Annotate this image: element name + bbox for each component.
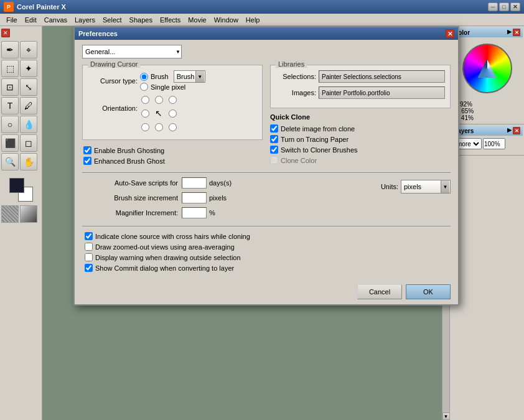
orient-mid-left (140, 108, 150, 118)
brush-radio-item: Brush Brush ▼ (140, 70, 205, 83)
orient-center: ↖ (154, 108, 164, 118)
auto-save-row: Auto-Save scripts for 1 days(s) (82, 177, 376, 189)
enable-ghosting-item: Enable Brush Ghosting (83, 146, 261, 154)
bottom-settings-area: Auto-Save scripts for 1 days(s) Brush si… (82, 177, 451, 222)
separator-1 (82, 172, 451, 174)
libraries-title: Libraries (276, 60, 307, 68)
orient-bot-right (167, 122, 177, 132)
orientation-grid: ↖ (140, 95, 180, 134)
quick-clone-title: Quick Clone (270, 113, 451, 121)
clone-color-label: Clone Color (281, 157, 317, 164)
enhanced-ghost-label: Enhanced Brush Ghost (94, 157, 165, 165)
enhanced-ghost-checkbox[interactable] (83, 157, 91, 165)
settings-inputs: Auto-Save scripts for 1 days(s) Brush si… (82, 177, 376, 222)
units-dropdown-wrapper: pixels inches cm mm points picas ▼ (401, 180, 451, 194)
switch-cloner-checkbox[interactable] (270, 146, 278, 154)
check-item-0: Indicate clone source with cross hairs w… (85, 232, 448, 240)
orient-mid-right (167, 108, 177, 118)
dialog-sections: Drawing Cursor Cursor type: Brush (82, 65, 451, 169)
check-3-checkbox[interactable] (85, 264, 93, 272)
cursor-type-label: Cursor type: (88, 77, 138, 85)
auto-save-input[interactable]: 1 (182, 177, 207, 189)
cancel-button[interactable]: Cancel (357, 284, 402, 299)
units-area: Units: pixels inches cm mm points picas … (381, 177, 451, 194)
images-row: Images: Painter Portfolio.portfolio (276, 86, 445, 99)
drawing-cursor-section: Drawing Cursor Cursor type: Brush (82, 65, 263, 140)
tracing-paper-label: Turn on Tracing Paper (281, 136, 349, 143)
brush-size-unit: pixels (207, 194, 227, 202)
tracing-paper-item: Turn on Tracing Paper (270, 135, 451, 143)
general-dropdown-container: General... ▼ (82, 45, 182, 58)
section-left: Drawing Cursor Cursor type: Brush (82, 65, 263, 169)
section-right: Libraries Selections: Painter Selections… (270, 65, 451, 169)
magnifier-unit: % (207, 209, 215, 217)
selections-input[interactable]: Painter Selections.selections (319, 70, 445, 83)
clone-color-checkbox[interactable] (270, 156, 278, 164)
tracing-paper-checkbox[interactable] (270, 135, 278, 143)
delete-image-item: Delete image from clone (270, 124, 451, 133)
enhanced-ghost-item: Enhanced Brush Ghost (83, 157, 261, 165)
orientation-section: Orientation: ↖ (88, 95, 257, 134)
dialog-close-button[interactable]: ✕ (446, 29, 454, 38)
dialog-titlebar: Preferences ✕ (75, 27, 458, 40)
images-input[interactable]: Painter Portfolio.portfolio (319, 86, 445, 99)
magnifier-row: Magnifier Increment: 25 % (82, 207, 376, 218)
brush-size-row: Brush size increment 1 pixels (82, 192, 376, 203)
selections-row: Selections: Painter Selections.selection… (276, 70, 445, 83)
selections-value: Painter Selections.selections (322, 73, 401, 80)
orient-top-right (167, 95, 177, 105)
brush-type-select[interactable]: Brush (174, 70, 205, 83)
check-item-3: Show Commit dialog when converting to la… (85, 264, 448, 272)
selections-label: Selections: (276, 73, 316, 80)
ok-button[interactable]: OK (406, 284, 451, 299)
clone-color-item: Clone Color (270, 156, 451, 164)
drawing-cursor-title: Drawing Cursor (88, 60, 140, 68)
images-label: Images: (276, 89, 316, 96)
cursor-indicator-icon: ↖ (155, 108, 162, 118)
brush-size-label: Brush size increment (82, 194, 182, 202)
orient-bot-left (140, 122, 150, 132)
libraries-section: Libraries Selections: Painter Selections… (270, 65, 451, 108)
dialog-title: Preferences (78, 30, 446, 37)
dialog-content: General... ▼ Drawing Cursor Cursor type: (75, 40, 458, 279)
dialog-buttons: Cancel OK (75, 279, 458, 304)
enable-ghosting-checkbox[interactable] (83, 146, 91, 154)
images-value: Painter Portfolio.portfolio (322, 90, 390, 96)
single-pixel-radio[interactable] (140, 83, 148, 91)
cursor-type-row: Cursor type: Brush Brush ▼ (88, 70, 257, 91)
general-dropdown[interactable]: General... (82, 45, 182, 58)
magnifier-label: Magnifier Increment: (82, 209, 182, 217)
single-pixel-radio-item: Single pixel (140, 83, 205, 91)
units-label: Units: (381, 183, 398, 190)
delete-image-label: Delete image from clone (281, 125, 355, 133)
enable-ghosting-label: Enable Brush Ghosting (94, 147, 164, 154)
checks-section: Indicate clone source with cross hairs w… (82, 232, 451, 272)
brush-radio[interactable] (140, 73, 148, 81)
orient-top-left (140, 95, 150, 105)
brush-dropdown-wrapper: Brush ▼ (174, 70, 205, 83)
magnifier-input[interactable]: 25 (182, 207, 207, 218)
units-select[interactable]: pixels inches cm mm points picas (401, 180, 451, 194)
check-item-2: Display warning when drawing outside sel… (85, 253, 448, 261)
cursor-type-controls: Brush Brush ▼ (140, 70, 205, 91)
auto-save-unit: days(s) (207, 179, 232, 187)
check-2-label: Display warning when drawing outside sel… (95, 254, 241, 261)
check-1-label: Draw zoomed-out views using area-averagi… (95, 243, 235, 251)
ghosting-section: Enable Brush Ghosting Enhanced Brush Gho… (82, 145, 263, 169)
check-item-1: Draw zoomed-out views using area-averagi… (85, 243, 448, 251)
switch-cloner-item: Switch to Cloner Brushes (270, 146, 451, 154)
delete-image-checkbox[interactable] (270, 124, 278, 133)
check-2-checkbox[interactable] (85, 253, 93, 261)
orient-top-center (154, 95, 164, 105)
general-dropdown-wrapper: General... ▼ (82, 45, 182, 58)
brush-size-input[interactable]: 1 (182, 192, 207, 203)
check-0-label: Indicate clone source with cross hairs w… (95, 233, 250, 240)
quick-clone-section: Quick Clone Delete image from clone Turn… (270, 113, 451, 164)
check-0-checkbox[interactable] (85, 232, 93, 240)
dialog-overlay: Preferences ✕ General... ▼ Drawin (0, 0, 524, 420)
orient-bot-center (154, 122, 164, 132)
check-1-checkbox[interactable] (85, 243, 93, 251)
check-3-label: Show Commit dialog when converting to la… (95, 264, 234, 272)
switch-cloner-label: Switch to Cloner Brushes (281, 146, 358, 154)
orientation-label: Orientation: (88, 95, 138, 112)
